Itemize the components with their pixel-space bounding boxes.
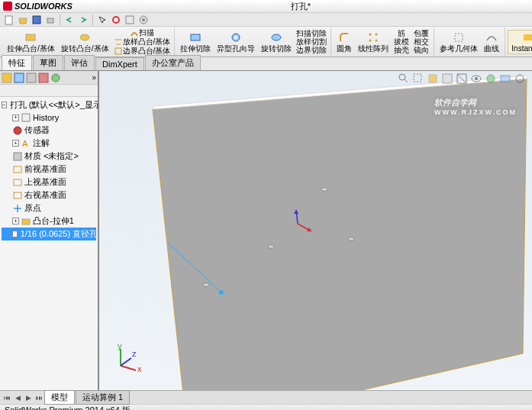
tab-nav-last[interactable]: ⏭ xyxy=(34,392,44,403)
feature-tree: −打孔 (默认<<默认>_显示状态 +History 传感器 +A注解 材质 <… xyxy=(0,97,98,390)
boundary-boss-button[interactable]: 边界凸台/基体 xyxy=(112,47,172,56)
svg-rect-19 xyxy=(524,34,532,40)
tree-boss-extrude[interactable]: +凸台-拉伸1 xyxy=(2,215,96,228)
tree-origin[interactable]: 原点 xyxy=(2,202,96,215)
boundary-cut-button[interactable]: 边界切除 xyxy=(295,46,328,54)
view-settings-icon[interactable] xyxy=(514,73,526,85)
svg-rect-26 xyxy=(22,114,30,121)
fillet-button[interactable]: 圆角 xyxy=(334,31,355,53)
svg-point-41 xyxy=(487,75,495,82)
separator xyxy=(92,15,93,25)
feature-manager-icon[interactable] xyxy=(2,73,12,83)
tree-sensors[interactable]: 传感器 xyxy=(2,124,96,137)
display-manager-icon[interactable] xyxy=(50,73,61,83)
tree-top-plane[interactable]: 上视基准面 xyxy=(2,176,96,189)
revolve-cut-button[interactable]: 旋转切除 xyxy=(258,31,295,53)
tree-front-plane[interactable]: 前视基准面 xyxy=(2,163,96,176)
new-button[interactable] xyxy=(3,14,15,26)
hide-show-icon[interactable] xyxy=(470,73,482,85)
open-button[interactable] xyxy=(17,14,29,26)
bottom-tab-motion[interactable]: 运动算例 1 xyxy=(76,390,130,405)
revolve-boss-button[interactable]: 旋转凸台/基体 xyxy=(58,31,112,53)
panel-filter-bar[interactable] xyxy=(0,85,98,97)
curves-button[interactable]: 曲线 xyxy=(481,31,502,53)
extrude-boss-button[interactable]: 拉伸凸台/基体 xyxy=(4,31,58,53)
sweep-button[interactable]: 扫描 xyxy=(112,28,172,37)
tree-right-plane-label: 右视基准面 xyxy=(24,189,66,201)
config-manager-icon[interactable] xyxy=(26,73,37,83)
expand-icon[interactable]: + xyxy=(12,231,18,237)
apply-scene-icon[interactable] xyxy=(499,73,511,85)
settings-button[interactable] xyxy=(137,14,150,26)
hole-wizard-button[interactable]: 异型孔向导 xyxy=(214,31,258,53)
tree-history[interactable]: +History xyxy=(2,111,96,124)
options-button[interactable] xyxy=(124,14,136,26)
ref-geometry-button[interactable]: 参考几何体 xyxy=(437,31,481,53)
svg-rect-9 xyxy=(115,48,121,54)
tab-features[interactable]: 特征 xyxy=(2,55,32,70)
tab-nav-next[interactable]: ▶ xyxy=(23,392,34,403)
linear-pattern-button[interactable]: 线性阵列 xyxy=(355,31,392,53)
sweep-cut-button[interactable]: 扫描切除 xyxy=(295,29,328,37)
expand-icon[interactable]: + xyxy=(12,115,19,121)
wrap-button[interactable]: 包覆 xyxy=(411,29,431,37)
app-brand: SOLIDWORKS xyxy=(15,2,73,11)
undo-button[interactable] xyxy=(63,14,76,26)
status-text: SolidWorks Premium 2014 x64 版 xyxy=(5,405,131,410)
expand-icon[interactable]: + xyxy=(12,218,19,224)
collapse-icon[interactable]: − xyxy=(2,102,7,108)
tab-evaluate[interactable]: 评估 xyxy=(64,55,95,70)
expand-icon[interactable]: + xyxy=(12,140,19,147)
instant3d-button[interactable]: Instant3D xyxy=(508,30,532,54)
display-style-icon[interactable] xyxy=(441,73,453,85)
dimxpert-manager-icon[interactable] xyxy=(38,73,49,83)
loft-cut-button[interactable]: 放样切割 xyxy=(295,37,328,46)
redo-button[interactable] xyxy=(77,14,89,26)
tree-hole-feature[interactable]: +1/16 (0.0625) 直径孔2 xyxy=(2,228,96,241)
svg-rect-29 xyxy=(14,153,21,160)
svg-point-3 xyxy=(113,17,119,23)
svg-rect-33 xyxy=(22,219,30,224)
svg-point-6 xyxy=(142,18,145,21)
tab-nav-prev[interactable]: ◀ xyxy=(12,392,23,403)
svg-rect-18 xyxy=(455,34,463,41)
select-button[interactable] xyxy=(96,14,108,26)
graphics-viewport[interactable]: 软件自学网 WWW.RJZXW.COM x y xyxy=(99,71,532,390)
bottom-tab-model[interactable]: 模型 xyxy=(44,390,75,405)
extrude-cut-button[interactable]: 拉伸切除 xyxy=(177,31,214,53)
zoom-fit-icon[interactable] xyxy=(398,73,410,85)
tree-annotations[interactable]: +A注解 xyxy=(2,137,96,150)
svg-text:z: z xyxy=(132,349,137,358)
rebuild-button[interactable] xyxy=(110,14,122,26)
tab-sketch[interactable]: 草图 xyxy=(33,55,63,70)
print-button[interactable] xyxy=(44,14,56,26)
tree-root[interactable]: −打孔 (默认<<默认>_显示状态 xyxy=(2,98,96,111)
intersect-button[interactable]: 相交 xyxy=(411,37,431,46)
panel-pin-icon[interactable]: » xyxy=(92,73,96,82)
wrap-label: 包覆 xyxy=(414,29,429,37)
quick-access-toolbar xyxy=(0,13,532,27)
svg-point-24 xyxy=(52,74,60,82)
rib-button[interactable]: 筋 xyxy=(392,29,411,37)
tree-material[interactable]: 材质 <未指定> xyxy=(2,150,96,163)
tab-dimxpert[interactable]: DimXpert xyxy=(95,57,144,70)
separator xyxy=(60,15,60,25)
tree-right-plane[interactable]: 右视基准面 xyxy=(2,189,96,202)
svg-rect-1 xyxy=(33,16,40,24)
edit-appearance-icon[interactable] xyxy=(485,73,497,85)
zoom-area-icon[interactable] xyxy=(412,73,424,85)
loft-boss-button[interactable]: 放样凸台/基体 xyxy=(112,37,172,47)
view-orientation-icon[interactable] xyxy=(427,73,439,85)
ribbon: 拉伸凸台/基体 旋转凸台/基体 扫描 放样凸台/基体 边界凸台/基体 拉伸切除 … xyxy=(0,27,532,57)
svg-point-46 xyxy=(321,188,327,191)
tab-nav-first[interactable]: ⏮ xyxy=(2,392,12,403)
svg-line-60 xyxy=(121,358,131,366)
section-view-icon[interactable] xyxy=(456,73,468,85)
tab-office[interactable]: 办公室产品 xyxy=(145,55,201,70)
save-button[interactable] xyxy=(31,14,43,26)
shell-button[interactable]: 抽壳 xyxy=(392,46,411,54)
draft-button[interactable]: 拔模 xyxy=(392,37,411,46)
mirror-button[interactable]: 镜向 xyxy=(411,46,431,54)
property-manager-icon[interactable] xyxy=(14,73,24,83)
main-area: » −打孔 (默认<<默认>_显示状态 +History 传感器 +A注解 材质… xyxy=(0,71,532,390)
